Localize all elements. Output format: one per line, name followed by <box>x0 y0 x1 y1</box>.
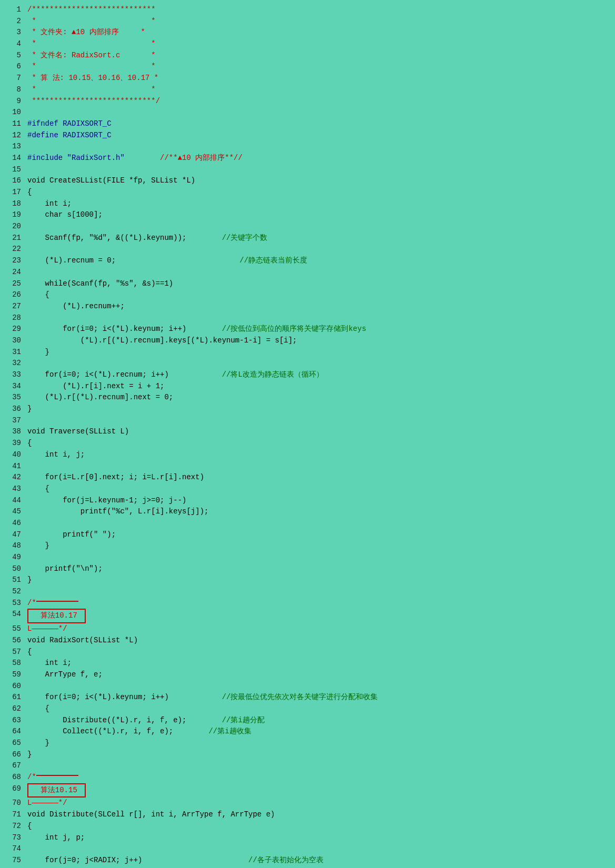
line-42: 42 for(i=L.r[0].next; i; i=L.r[i].next) <box>6 472 609 483</box>
line-50: 50 printf("\n"); <box>6 563 609 575</box>
line-20: 20 <box>6 221 609 233</box>
line-36: 36 } <box>6 403 609 415</box>
line-32: 32 <box>6 358 609 369</box>
line-62: 62 { <box>6 703 609 715</box>
line-37: 37 <box>6 415 609 427</box>
line-34: 34 (*L).r[i].next = i + 1; <box>6 381 609 392</box>
line-31: 31 } <box>6 347 609 358</box>
line-69: 69 算法10.15 <box>6 783 609 798</box>
line-70: 70 L——————*/ <box>6 798 609 809</box>
line-61: 61 for(i=0; i<(*L).keynum; i++) //按最低位优先… <box>6 692 609 703</box>
line-53: 53 /* <box>6 598 609 609</box>
line-29: 29 for(i=0; i<(*L).keynum; i++) //按低位到高位… <box>6 324 609 335</box>
line-9: 9 ****************************/ <box>6 96 609 107</box>
line-54: 54 算法10.17 <box>6 609 609 623</box>
line-33: 33 for(i=0; i<(*L).recnum; i++) //将L改造为静… <box>6 369 609 381</box>
line-13: 13 <box>6 141 609 153</box>
line-19: 19 char s[1000]; <box>6 209 609 221</box>
line-46: 46 <box>6 518 609 529</box>
line-5: 5 * 文件名: RadixSort.c * <box>6 50 609 62</box>
line-25: 25 while(Scanf(fp, "%s", &s)==1) <box>6 278 609 290</box>
line-63: 63 Distribute((*L).r, i, f, e); //第i趟分配 <box>6 715 609 726</box>
line-26: 26 { <box>6 289 609 301</box>
line-66: 66 } <box>6 749 609 761</box>
line-17: 17 { <box>6 187 609 198</box>
code-editor: 1 /**************************** 2 * * 3 … <box>6 4 609 868</box>
line-45: 45 printf("%c", L.r[i].keys[j]); <box>6 506 609 518</box>
line-11: 11 #ifndef RADIXSORT_C <box>6 118 609 130</box>
line-30: 30 (*L).r[(*L).recnum].keys[(*L).keynum-… <box>6 335 609 347</box>
line-67: 67 <box>6 760 609 772</box>
line-38: 38 void Traverse(SLList L) <box>6 426 609 438</box>
line-35: 35 (*L).r[(*L).recnum].next = 0; <box>6 392 609 403</box>
line-7: 7 * 算 法: 10.15、10.16、10.17 * <box>6 73 609 84</box>
line-51: 51 } <box>6 574 609 586</box>
line-57: 57 { <box>6 647 609 658</box>
line-73: 73 int j, p; <box>6 832 609 844</box>
line-56: 56 void RadixSort(SLList *L) <box>6 635 609 647</box>
line-75: 75 for(j=0; j<RADIX; j++) //各子表初始化为空表 <box>6 855 609 866</box>
line-21: 21 Scanf(fp, "%d", &((*L).keynum)); //关键… <box>6 233 609 244</box>
line-16: 16 void CreateSLList(FILE *fp, SLList *L… <box>6 175 609 187</box>
line-1: 1 /**************************** <box>6 4 609 16</box>
line-14: 14 #include "RadixSort.h" //**▲10 内部排序**… <box>6 153 609 164</box>
line-55: 55 L——————*/ <box>6 623 609 635</box>
line-47: 47 printf(" "); <box>6 529 609 541</box>
line-71: 71 void Distribute(SLCell r[], int i, Ar… <box>6 809 609 821</box>
line-18: 18 int i; <box>6 198 609 210</box>
line-59: 59 ArrType f, e; <box>6 669 609 681</box>
line-40: 40 int i, j; <box>6 449 609 461</box>
line-72: 72 { <box>6 821 609 832</box>
line-24: 24 <box>6 267 609 278</box>
line-68: 68 /* <box>6 772 609 783</box>
line-4: 4 * * <box>6 38 609 50</box>
line-65: 65 } <box>6 738 609 749</box>
line-52: 52 <box>6 586 609 598</box>
line-41: 41 <box>6 461 609 472</box>
line-58: 58 int i; <box>6 658 609 669</box>
line-74: 74 <box>6 843 609 855</box>
line-3: 3 * 文件夹: ▲10 内部排序 * <box>6 27 609 38</box>
line-2: 2 * * <box>6 16 609 27</box>
line-49: 49 <box>6 552 609 563</box>
line-23: 23 (*L).recnum = 0; //静态链表当前长度 <box>6 255 609 267</box>
line-43: 43 { <box>6 483 609 495</box>
line-10: 10 <box>6 107 609 118</box>
line-76: 76 { <box>6 866 609 868</box>
line-22: 22 <box>6 244 609 255</box>
line-8: 8 * * <box>6 84 609 96</box>
line-6: 6 * * <box>6 61 609 73</box>
line-39: 39 { <box>6 438 609 449</box>
line-28: 28 <box>6 312 609 324</box>
line-64: 64 Collect((*L).r, i, f, e); //第i趟收集 <box>6 726 609 738</box>
line-44: 44 for(j=L.keynum-1; j>=0; j--) <box>6 495 609 507</box>
line-12: 12 #define RADIXSORT_C <box>6 130 609 142</box>
line-60: 60 <box>6 681 609 692</box>
line-15: 15 <box>6 164 609 176</box>
line-27: 27 (*L).recnum++; <box>6 301 609 312</box>
line-48: 48 } <box>6 540 609 552</box>
